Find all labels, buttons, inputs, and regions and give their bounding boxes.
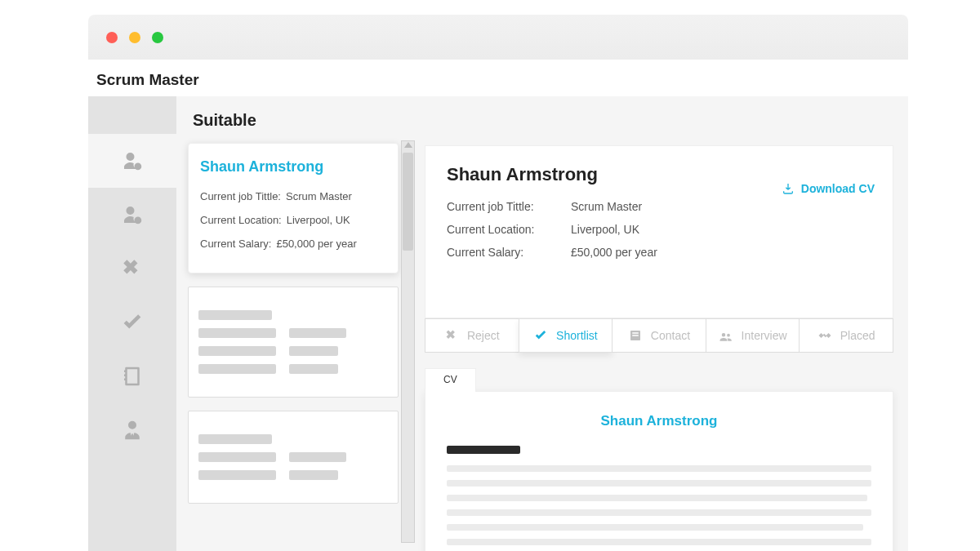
- sidebar-item-placed[interactable]: [88, 403, 176, 457]
- shortlist-label: Shortlist: [556, 329, 598, 342]
- card-job-title-label: Current job Tittle:: [200, 190, 281, 202]
- candidate-list: Suitable Shaun Armstrong Current job Tit…: [176, 96, 416, 551]
- people-icon: [719, 328, 733, 343]
- sidebar-item-suitable[interactable]: [88, 134, 176, 188]
- cv-panel: Shaun Armstrong: [425, 391, 893, 551]
- sidebar: [88, 96, 176, 551]
- card-location-label: Current Location:: [200, 214, 282, 226]
- shortlist-button[interactable]: Shortlist: [519, 318, 613, 353]
- card-salary-value: £50,000 per year: [276, 238, 356, 250]
- minimize-icon[interactable]: [129, 32, 140, 43]
- candidate-card-placeholder[interactable]: [188, 411, 399, 504]
- cv-heading: Shaun Armstrong: [447, 413, 871, 429]
- businessperson-icon: [120, 418, 145, 442]
- handshake-icon: [817, 328, 832, 343]
- download-icon: [782, 182, 795, 195]
- placed-button[interactable]: Placed: [799, 318, 893, 353]
- x-thick-icon: [444, 328, 459, 343]
- list-scrollbar[interactable]: [401, 140, 415, 543]
- card-job-title-value: Scrum Master: [286, 190, 352, 202]
- candidate-detail: Shaun Armstrong Current job Tittle:Scrum…: [416, 96, 908, 551]
- scroll-up-icon[interactable]: [404, 142, 412, 148]
- contact-label: Contact: [651, 329, 690, 342]
- detail-salary-value: £50,000 per year: [571, 246, 657, 259]
- card-salary-label: Current Salary:: [200, 238, 271, 250]
- maximize-icon[interactable]: [152, 32, 163, 43]
- detail-location-label: Current Location:: [447, 223, 571, 236]
- candidate-card[interactable]: Shaun Armstrong Current job Tittle:Scrum…: [188, 143, 399, 273]
- tab-cv[interactable]: CV: [425, 368, 476, 392]
- interview-button[interactable]: Interview: [706, 318, 800, 353]
- detail-card: Shaun Armstrong Current job Tittle:Scrum…: [425, 145, 893, 318]
- detail-job-title-value: Scrum Master: [571, 200, 642, 213]
- check-thick-icon: [533, 328, 548, 343]
- sidebar-item-reject[interactable]: [88, 242, 176, 295]
- candidate-card-placeholder[interactable]: [188, 287, 399, 398]
- list-section-title: Suitable: [193, 111, 416, 130]
- action-strip: Reject Shortlist Contact Interview Place…: [425, 318, 893, 353]
- x-thick-icon: [120, 256, 145, 281]
- page-header: Scrum Master: [88, 64, 908, 96]
- sidebar-item-rejected[interactable]: [88, 188, 176, 242]
- sidebar-item-shortlist[interactable]: [88, 295, 176, 349]
- sidebar-item-notes[interactable]: [88, 349, 176, 403]
- scrollbar-thumb[interactable]: [403, 153, 413, 251]
- detail-salary-label: Current Salary:: [447, 246, 571, 259]
- close-icon[interactable]: [106, 32, 118, 43]
- contact-button[interactable]: Contact: [612, 318, 706, 353]
- person-x-icon: [120, 202, 145, 227]
- reject-label: Reject: [467, 329, 500, 342]
- person-check-icon: [120, 149, 145, 173]
- download-cv-link[interactable]: Download CV: [782, 182, 875, 195]
- placed-label: Placed: [840, 329, 875, 342]
- interview-label: Interview: [742, 329, 787, 342]
- check-thick-icon: [120, 310, 145, 335]
- reject-button[interactable]: Reject: [425, 318, 519, 353]
- cv-section-bar: [447, 446, 520, 454]
- app-window: Scrum Master Suitable: [88, 15, 908, 551]
- detail-location-value: Liverpool, UK: [571, 223, 639, 236]
- contact-icon: [628, 328, 643, 343]
- detail-job-title-label: Current job Tittle:: [447, 200, 571, 213]
- card-location-value: Liverpool, UK: [287, 214, 350, 226]
- notebook-icon: [120, 364, 145, 389]
- window-titlebar: [88, 15, 908, 60]
- page-title: Scrum Master: [96, 71, 199, 89]
- candidate-name: Shaun Armstrong: [200, 158, 386, 176]
- download-cv-label: Download CV: [801, 182, 875, 195]
